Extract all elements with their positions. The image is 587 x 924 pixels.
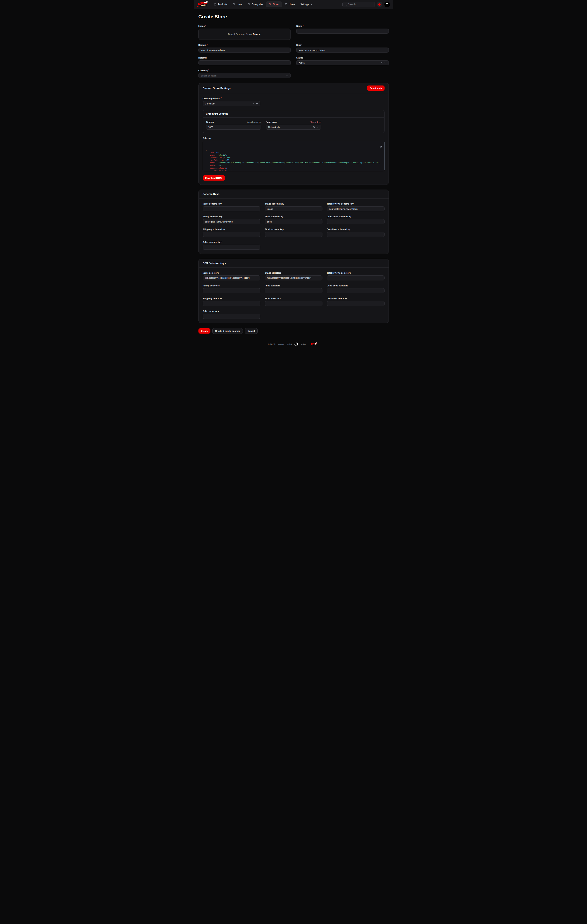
schema-code-editor[interactable]: { name: null, price: "105.00", priceCurr… (203, 141, 384, 172)
search-input[interactable] (348, 3, 373, 6)
github-icon[interactable] (295, 343, 298, 346)
bandit-mask-icon (203, 1, 208, 5)
clear-icon[interactable] (313, 126, 315, 128)
field-label: Timeout (206, 121, 214, 123)
css-selector-field: Total reviews selectors (327, 272, 384, 280)
schema-key-input[interactable] (203, 232, 261, 237)
page-event-value: Network Idle (268, 126, 280, 129)
schema-key-field: Price schema keyprice (265, 215, 322, 224)
jar-icon (247, 3, 250, 6)
section-title: Custom Store Settings (203, 87, 231, 90)
css-selector-input[interactable] (327, 288, 384, 293)
nav-item-stores[interactable]: Stores (266, 2, 282, 7)
schema-key-input[interactable] (265, 232, 322, 237)
page-event-select[interactable]: Network Idle (266, 125, 321, 130)
status-value: Active (299, 62, 305, 64)
cancel-button[interactable]: Cancel (245, 328, 257, 334)
css-selector-input[interactable] (327, 276, 384, 280)
chevron-down-icon[interactable] (317, 126, 319, 128)
nav-item-settings[interactable]: Settings (298, 2, 315, 7)
check-docs-link[interactable]: Check docs (310, 121, 321, 123)
name-input[interactable] (296, 28, 389, 33)
field-label: Name schema key (203, 203, 261, 205)
css-selector-input[interactable]: title,[property="og:description"],[prope… (203, 276, 261, 280)
schema-key-field: Condition schema key (327, 228, 384, 237)
name-field: Name* (296, 25, 389, 40)
nav-item-users[interactable]: Users (282, 2, 297, 7)
domain-field: Domain* store.steampowered.com (198, 44, 291, 53)
footer-logo: Discount Bandit (310, 342, 317, 347)
smart-fetch-button[interactable]: Smart fetch (367, 86, 384, 91)
timeout-input[interactable]: 5000 (206, 125, 262, 130)
field-label: Condition schema key (327, 228, 384, 231)
dropzone-text: Drag & Drop your files or (228, 33, 252, 35)
copy-button[interactable] (369, 143, 383, 152)
nav-item-categories[interactable]: Categories (245, 2, 265, 7)
field-label: Image schema key (265, 203, 322, 205)
slug-input[interactable]: store_steampowered_com (296, 48, 389, 53)
schema-key-input[interactable]: aggregateRating.reviewCount (327, 206, 384, 211)
browse-link[interactable]: Browse (253, 33, 261, 35)
field-label: Domain (198, 44, 206, 46)
quick-create-button[interactable] (377, 2, 383, 7)
css-selector-input[interactable] (203, 301, 261, 306)
status-select[interactable]: Active (296, 60, 389, 65)
css-selector-input[interactable] (203, 314, 261, 319)
section-title: Schema Keys (203, 193, 219, 196)
css-selector-input[interactable] (265, 301, 322, 306)
top-navbar: Discount Bandit Products Links Categorie… (194, 0, 393, 9)
schema-key-input[interactable]: price (265, 219, 322, 224)
required-asterisk: * (221, 97, 222, 99)
schema-key-input[interactable]: image (265, 206, 322, 211)
schema-key-input[interactable] (203, 245, 261, 250)
image-dropzone[interactable]: Drag & Drop your files or Browse (198, 28, 291, 40)
create-and-create-another-button[interactable]: Create & create another (213, 328, 243, 334)
schema-key-input[interactable]: aggregateRating.ratingValue (203, 219, 261, 224)
app-logo[interactable]: Discount Bandit (197, 1, 208, 8)
version-right: v-4.0 (301, 343, 305, 346)
field-label: Total reviews selectors (327, 272, 384, 274)
page-title: Create Store (198, 14, 389, 20)
clear-icon[interactable] (381, 62, 383, 64)
chevron-down-icon[interactable] (286, 75, 288, 77)
currency-select[interactable]: Select an option (198, 73, 291, 78)
field-label: Stock selectors (265, 297, 322, 300)
download-html-row: Download HTML (203, 175, 384, 181)
chevron-down-icon[interactable] (256, 103, 258, 105)
jar-icon (268, 3, 271, 6)
schema-key-input[interactable] (203, 206, 261, 211)
schema-key-input[interactable] (327, 219, 384, 224)
field-label: Price schema key (265, 215, 322, 218)
crawling-method-select[interactable]: Chromium (203, 101, 261, 106)
css-selector-input[interactable] (327, 301, 384, 306)
field-label: Used price schema key (327, 215, 384, 218)
css-selector-field: Image selectorsmeta[property='og:image']… (265, 272, 322, 280)
download-html-button[interactable]: Download HTML (203, 175, 225, 181)
nav-item-links[interactable]: Links (230, 2, 245, 7)
css-selector-field: Shipping selectors (203, 297, 261, 306)
search-icon (345, 3, 346, 6)
required-asterisk: * (205, 25, 206, 27)
css-selector-input[interactable]: meta[property='og:image'],meta[itemprop=… (265, 276, 322, 280)
field-label: Name (296, 25, 302, 27)
user-avatar[interactable]: T (384, 2, 390, 7)
chevron-down-icon[interactable] (384, 62, 386, 64)
required-asterisk: * (303, 25, 303, 27)
domain-input[interactable]: store.steampowered.com (198, 48, 291, 53)
referral-input[interactable] (198, 60, 291, 65)
css-selector-field: Rating selectors (203, 284, 261, 293)
required-asterisk: * (207, 44, 208, 46)
css-selector-field: Seller selectors (203, 310, 261, 319)
css-selector-input[interactable] (203, 288, 261, 293)
create-button[interactable]: Create (198, 328, 211, 333)
field-label: Stock schema key (265, 228, 322, 231)
chevron-down-icon (310, 3, 312, 5)
css-selector-input[interactable] (265, 288, 322, 293)
global-search[interactable] (342, 2, 375, 7)
schema-key-input[interactable] (327, 232, 384, 237)
bandit-mask-icon (315, 342, 317, 345)
nav-item-products[interactable]: Products (211, 2, 229, 7)
css-selector-field: Used price selectors (327, 284, 384, 293)
form-actions: Create Create & create another Cancel (198, 328, 389, 334)
clear-icon[interactable] (252, 103, 254, 104)
